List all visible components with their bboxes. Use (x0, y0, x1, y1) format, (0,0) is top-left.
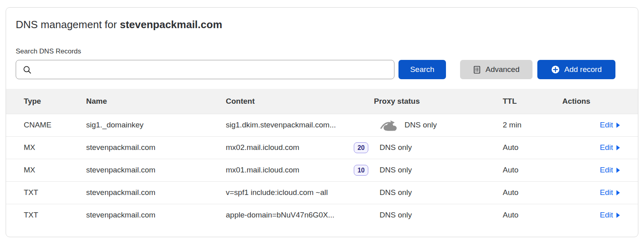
cell-proxy-status: DNS only (374, 159, 503, 181)
cell-record-type: MX (6, 159, 86, 181)
record-content-text: mx02.mail.icloud.com (226, 143, 299, 152)
column-header-proxy-status: Proxy status (374, 89, 503, 114)
cell-record-type: MX (6, 136, 86, 159)
table-header-row: Type Name Content Proxy status TTL Actio… (6, 89, 638, 114)
add-record-button[interactable]: Add record (537, 60, 615, 79)
cell-record-content: mx01.mail.icloud.com 10 (226, 159, 374, 181)
add-plus-icon (551, 65, 560, 74)
cell-ttl: Auto (503, 181, 562, 204)
cell-record-type: TXT (6, 204, 86, 226)
column-header-name: Name (86, 89, 226, 114)
edit-record-button[interactable]: Edit (562, 188, 638, 197)
advanced-button[interactable]: Advanced (460, 60, 533, 79)
zone-domain: stevenpackmail.com (120, 18, 222, 31)
cell-record-name: sig1._domainkey (86, 114, 226, 136)
cell-record-content: apple-domain=bNuV47n6G0X... (226, 204, 374, 226)
cell-ttl: Auto (503, 159, 562, 181)
dns-management-card: DNS management for stevenpackmail.com Se… (6, 7, 638, 237)
cell-ttl: 2 min (503, 114, 562, 136)
cell-proxy-status: DNS only (374, 114, 503, 136)
edit-arrow-icon (616, 212, 620, 218)
cell-record-content: mx02.mail.icloud.com 20 (226, 136, 374, 159)
search-row: Search Advanced Add record (16, 60, 628, 79)
search-box (16, 60, 394, 79)
cell-record-name: stevenpackmail.com (86, 204, 226, 226)
search-button[interactable]: Search (398, 60, 446, 79)
edit-record-button[interactable]: Edit (562, 143, 638, 152)
record-content-text: mx01.mail.icloud.com (226, 166, 299, 174)
cell-actions: Edit (562, 159, 638, 181)
cell-actions: Edit (562, 204, 638, 226)
record-content-text: apple-domain=bNuV47n6G0X... (226, 211, 334, 219)
advanced-list-icon (473, 66, 481, 74)
mx-priority-badge: 10 (354, 165, 368, 176)
edit-arrow-icon (616, 167, 620, 173)
cell-record-type: TXT (6, 181, 86, 204)
cell-record-type: CNAME (6, 114, 86, 136)
proxy-status-text: DNS only (380, 143, 412, 152)
record-content-text: v=spf1 include:icloud.com ~all (226, 188, 328, 197)
table-row: MXstevenpackmail.com mx02.mail.icloud.co… (6, 136, 638, 159)
column-header-type: Type (6, 89, 86, 114)
edit-record-button[interactable]: Edit (562, 166, 638, 174)
edit-arrow-icon (616, 145, 620, 151)
table-row: CNAMEsig1._domainkey sig1.dkim.stevenpac… (6, 114, 638, 136)
cell-record-name: stevenpackmail.com (86, 159, 226, 181)
edit-arrow-icon (616, 190, 620, 196)
cell-proxy-status: DNS only (374, 181, 503, 204)
dns-records-table: Type Name Content Proxy status TTL Actio… (6, 89, 638, 226)
dns-table-body: CNAMEsig1._domainkey sig1.dkim.stevenpac… (6, 114, 638, 226)
search-label: Search DNS Records (16, 47, 628, 55)
proxy-status-text: DNS only (380, 166, 412, 174)
search-input[interactable] (16, 60, 394, 79)
cell-ttl: Auto (503, 204, 562, 226)
mx-priority-badge: 20 (354, 142, 368, 153)
column-header-actions: Actions (562, 89, 638, 114)
cell-ttl: Auto (503, 136, 562, 159)
cell-proxy-status: DNS only (374, 204, 503, 226)
edit-record-button[interactable]: Edit (562, 121, 638, 129)
cell-actions: Edit (562, 114, 638, 136)
column-header-content: Content (226, 89, 374, 114)
cell-actions: Edit (562, 181, 638, 204)
edit-record-button[interactable]: Edit (562, 211, 638, 219)
table-row: TXTstevenpackmail.com v=spf1 include:icl… (6, 181, 638, 204)
edit-arrow-icon (616, 122, 620, 128)
record-content-text: sig1.dkim.stevenpackmail.com... (226, 121, 336, 129)
table-row: MXstevenpackmail.com mx01.mail.icloud.co… (6, 159, 638, 181)
table-row: TXTstevenpackmail.com apple-domain=bNuV4… (6, 204, 638, 226)
cell-record-name: stevenpackmail.com (86, 136, 226, 159)
column-header-ttl: TTL (503, 89, 562, 114)
dns-only-cloud-icon (380, 119, 398, 131)
proxy-status-text: DNS only (405, 121, 437, 129)
page-title: DNS management for stevenpackmail.com (16, 18, 628, 31)
search-icon (23, 65, 32, 74)
proxy-status-text: DNS only (380, 188, 412, 197)
cell-actions: Edit (562, 136, 638, 159)
cell-record-content: v=spf1 include:icloud.com ~all (226, 181, 374, 204)
cell-record-content: sig1.dkim.stevenpackmail.com... (226, 114, 374, 136)
cell-record-name: stevenpackmail.com (86, 181, 226, 204)
cell-proxy-status: DNS only (374, 136, 503, 159)
proxy-status-text: DNS only (380, 211, 412, 219)
